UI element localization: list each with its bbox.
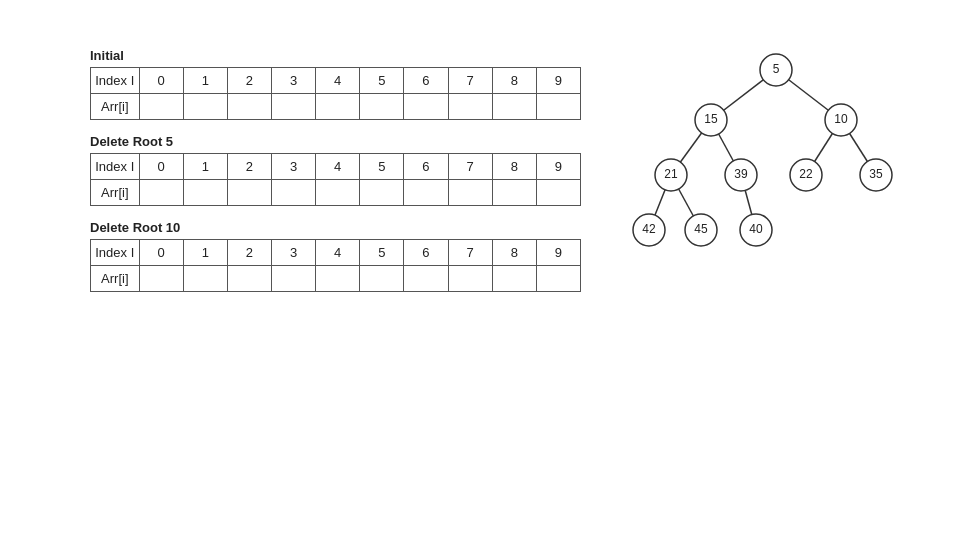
table-1-header-4: 3 bbox=[271, 154, 315, 180]
table-0-cell-9[interactable] bbox=[536, 94, 580, 120]
tree-node-label-2: 10 bbox=[834, 112, 848, 126]
table-0-cell-5[interactable] bbox=[360, 94, 404, 120]
page: InitialIndex I0123456789Arr[i]Delete Roo… bbox=[0, 0, 971, 535]
tree-node-label-9: 40 bbox=[749, 222, 763, 236]
section-label-2: Delete Root 10 bbox=[90, 220, 581, 235]
heap-tree-diagram: 5151021392235424540 bbox=[621, 40, 911, 260]
tables-container: InitialIndex I0123456789Arr[i]Delete Roo… bbox=[90, 48, 581, 292]
table-1-cell-0[interactable] bbox=[139, 180, 183, 206]
table-2-header-10: 9 bbox=[536, 240, 580, 266]
table-2-header-1: 0 bbox=[139, 240, 183, 266]
table-1-cell-5[interactable] bbox=[360, 180, 404, 206]
table-2-header-2: 1 bbox=[183, 240, 227, 266]
table-2-cell-8[interactable] bbox=[492, 266, 536, 292]
tree-node-3: 21 bbox=[655, 159, 687, 191]
table-2-cell-6[interactable] bbox=[404, 266, 448, 292]
table-0-cell-0[interactable] bbox=[139, 94, 183, 120]
table-1-cell-2[interactable] bbox=[227, 180, 271, 206]
tree-node-label-6: 35 bbox=[869, 167, 883, 181]
tree-node-label-0: 5 bbox=[773, 62, 780, 76]
table-0-header-3: 2 bbox=[227, 68, 271, 94]
tree-node-label-3: 21 bbox=[664, 167, 678, 181]
table-0-header-1: 0 bbox=[139, 68, 183, 94]
table-1-cell-4[interactable] bbox=[316, 180, 360, 206]
tree-node-0: 5 bbox=[760, 54, 792, 86]
table-1-cell-1[interactable] bbox=[183, 180, 227, 206]
table-1-header-3: 2 bbox=[227, 154, 271, 180]
table-2-cell-1[interactable] bbox=[183, 266, 227, 292]
table-0-cell-7[interactable] bbox=[448, 94, 492, 120]
table-2-row-label: Arr[i] bbox=[91, 266, 140, 292]
table-2-header-4: 3 bbox=[271, 240, 315, 266]
tree-node-6: 35 bbox=[860, 159, 892, 191]
table-0-cell-8[interactable] bbox=[492, 94, 536, 120]
left-panel: InitialIndex I0123456789Arr[i]Delete Roo… bbox=[90, 30, 581, 505]
tree-node-label-8: 45 bbox=[694, 222, 708, 236]
table-2-header-9: 8 bbox=[492, 240, 536, 266]
table-1-header-8: 7 bbox=[448, 154, 492, 180]
tree-node-9: 40 bbox=[740, 214, 772, 246]
table-2-cell-3[interactable] bbox=[271, 266, 315, 292]
table-1-header-1: 0 bbox=[139, 154, 183, 180]
table-0-header-8: 7 bbox=[448, 68, 492, 94]
table-2-cell-2[interactable] bbox=[227, 266, 271, 292]
table-1-header-10: 9 bbox=[536, 154, 580, 180]
table-2-header-7: 6 bbox=[404, 240, 448, 266]
tree-node-label-5: 22 bbox=[799, 167, 813, 181]
table-2-header-5: 4 bbox=[316, 240, 360, 266]
table-0-header-10: 9 bbox=[536, 68, 580, 94]
table-1-header-6: 5 bbox=[360, 154, 404, 180]
tree-node-4: 39 bbox=[725, 159, 757, 191]
table-0-header-6: 5 bbox=[360, 68, 404, 94]
table-2-cell-4[interactable] bbox=[316, 266, 360, 292]
tree-node-label-7: 42 bbox=[642, 222, 656, 236]
table-2: Index I0123456789Arr[i] bbox=[90, 239, 581, 292]
table-1-row-label: Arr[i] bbox=[91, 180, 140, 206]
table-1-cell-3[interactable] bbox=[271, 180, 315, 206]
table-1-header-2: 1 bbox=[183, 154, 227, 180]
table-2-cell-7[interactable] bbox=[448, 266, 492, 292]
table-0-cell-2[interactable] bbox=[227, 94, 271, 120]
table-1-header-5: 4 bbox=[316, 154, 360, 180]
table-2-header-6: 5 bbox=[360, 240, 404, 266]
tree-node-8: 45 bbox=[685, 214, 717, 246]
section-label-0: Initial bbox=[90, 48, 581, 63]
table-1-header-9: 8 bbox=[492, 154, 536, 180]
tree-node-label-1: 15 bbox=[704, 112, 718, 126]
table-2-header-8: 7 bbox=[448, 240, 492, 266]
table-1-cell-8[interactable] bbox=[492, 180, 536, 206]
section-label-1: Delete Root 5 bbox=[90, 134, 581, 149]
tree-node-2: 10 bbox=[825, 104, 857, 136]
tree-node-label-4: 39 bbox=[734, 167, 748, 181]
table-1-cell-6[interactable] bbox=[404, 180, 448, 206]
tree-node-5: 22 bbox=[790, 159, 822, 191]
table-2-header-3: 2 bbox=[227, 240, 271, 266]
table-0-cell-3[interactable] bbox=[271, 94, 315, 120]
table-0-row-label: Arr[i] bbox=[91, 94, 140, 120]
right-panel: 5151021392235424540 bbox=[621, 30, 911, 505]
table-0-cell-4[interactable] bbox=[316, 94, 360, 120]
tree-node-7: 42 bbox=[633, 214, 665, 246]
table-1-cell-9[interactable] bbox=[536, 180, 580, 206]
table-0-header-4: 3 bbox=[271, 68, 315, 94]
table-0-header-5: 4 bbox=[316, 68, 360, 94]
table-0: Index I0123456789Arr[i] bbox=[90, 67, 581, 120]
table-2-cell-9[interactable] bbox=[536, 266, 580, 292]
table-1: Index I0123456789Arr[i] bbox=[90, 153, 581, 206]
table-0-header-2: 1 bbox=[183, 68, 227, 94]
table-2-cell-5[interactable] bbox=[360, 266, 404, 292]
table-2-header-0: Index I bbox=[91, 240, 140, 266]
table-2-cell-0[interactable] bbox=[139, 266, 183, 292]
table-0-header-7: 6 bbox=[404, 68, 448, 94]
table-1-header-0: Index I bbox=[91, 154, 140, 180]
tree-node-1: 15 bbox=[695, 104, 727, 136]
table-0-cell-1[interactable] bbox=[183, 94, 227, 120]
table-1-cell-7[interactable] bbox=[448, 180, 492, 206]
table-0-cell-6[interactable] bbox=[404, 94, 448, 120]
table-0-header-9: 8 bbox=[492, 68, 536, 94]
table-0-header-0: Index I bbox=[91, 68, 140, 94]
table-1-header-7: 6 bbox=[404, 154, 448, 180]
